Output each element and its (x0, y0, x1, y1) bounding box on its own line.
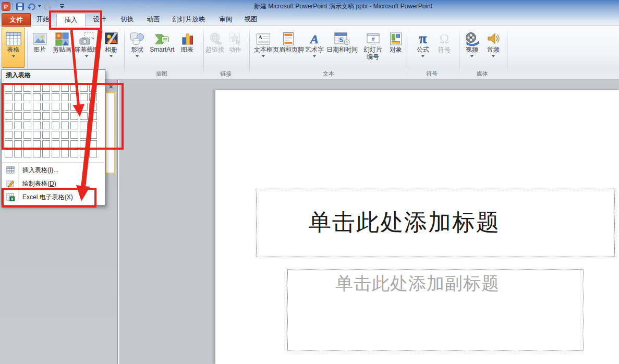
table-grid-cell[interactable] (42, 112, 50, 120)
table-grid-cell[interactable] (52, 140, 59, 148)
table-grid-cell[interactable] (80, 122, 88, 129)
slide-canvas[interactable]: 单击此处添加标题 单击此处添加副标题 (215, 90, 619, 364)
table-grid-cell[interactable] (52, 122, 59, 129)
close-panel-icon[interactable]: × (106, 82, 115, 91)
table-grid-cell[interactable] (5, 84, 13, 92)
table-grid-cell[interactable] (89, 150, 97, 157)
table-grid-cell[interactable] (23, 112, 31, 120)
powerpoint-app-icon[interactable]: P (1, 2, 10, 11)
table-grid-cell[interactable] (52, 131, 59, 139)
table-grid-cell[interactable] (14, 122, 22, 129)
table-grid-cell[interactable] (70, 150, 78, 157)
table-grid-cell[interactable] (33, 84, 41, 92)
table-grid-cell[interactable] (33, 131, 41, 139)
table-grid-cell[interactable] (89, 131, 97, 139)
table-grid-cell[interactable] (23, 122, 31, 129)
formula-button[interactable]: π 公式 (413, 28, 433, 68)
table-grid-cell[interactable] (80, 140, 88, 148)
table-grid-cell[interactable] (89, 93, 97, 101)
tab-insert[interactable]: 插入 (56, 13, 86, 27)
table-grid-cell[interactable] (42, 131, 50, 139)
table-grid-cell[interactable] (33, 150, 41, 157)
table-grid-cell[interactable] (23, 93, 31, 101)
table-grid-cell[interactable] (14, 131, 22, 139)
table-grid-cell[interactable] (89, 103, 97, 111)
slidenumber-button[interactable]: # 幻灯片 编号 (361, 28, 385, 68)
subtitle-placeholder[interactable]: 单击此处添加副标题 (287, 269, 584, 351)
table-grid-cell[interactable] (80, 103, 88, 111)
table-grid-cell[interactable] (70, 140, 78, 148)
table-grid-cell[interactable] (61, 140, 69, 148)
smartart-button[interactable]: SmartArt (148, 28, 177, 68)
audio-button[interactable]: 音频 (483, 28, 503, 68)
table-grid-cell[interactable] (70, 103, 78, 111)
save-icon[interactable] (15, 2, 25, 11)
shapes-button[interactable]: 形状 (128, 28, 146, 68)
table-grid-cell[interactable] (33, 112, 41, 120)
menu-item-draw-table[interactable]: 绘制表格(D) (2, 177, 105, 190)
table-grid-cell[interactable] (61, 103, 69, 111)
table-grid-cell[interactable] (80, 84, 88, 92)
table-grid-cell[interactable] (52, 84, 59, 92)
datetime-button[interactable]: 5 日期和时间 (326, 28, 358, 68)
object-button[interactable]: 对象 (387, 28, 405, 68)
table-grid-cell[interactable] (89, 112, 97, 120)
table-grid-cell[interactable] (52, 112, 59, 120)
menu-item-insert-table[interactable]: 插入表格(I)... (2, 163, 105, 177)
table-grid-cell[interactable] (70, 112, 78, 120)
table-grid-cell[interactable] (5, 140, 13, 148)
tab-view[interactable]: 视图 (239, 13, 263, 26)
tab-animations[interactable]: 动画 (141, 13, 165, 26)
table-grid-cell[interactable] (23, 131, 31, 139)
table-grid-cell[interactable] (42, 103, 50, 111)
table-grid-cell[interactable] (80, 112, 88, 120)
table-grid-cell[interactable] (42, 150, 50, 157)
table-grid-cell[interactable] (33, 93, 41, 101)
table-grid-cell[interactable] (14, 93, 22, 101)
table-grid-cell[interactable] (23, 150, 31, 157)
table-grid-cell[interactable] (61, 112, 69, 120)
table-grid-cell[interactable] (70, 93, 78, 101)
table-grid-cell[interactable] (61, 122, 69, 129)
table-grid-cell[interactable] (14, 150, 22, 157)
tab-transitions[interactable]: 切换 (115, 13, 139, 26)
headerfooter-button[interactable]: 页眉和页脚 (273, 28, 304, 68)
table-grid-cell[interactable] (42, 122, 50, 129)
menu-item-excel-spreadsheet[interactable]: X Excel 电子表格(X) (2, 190, 105, 204)
panel-splitter[interactable] (117, 79, 119, 364)
tab-design[interactable]: 设计 (88, 13, 112, 26)
wordart-button[interactable]: A 艺术字 (304, 28, 325, 68)
table-grid-cell[interactable] (5, 150, 13, 157)
table-grid-cell[interactable] (61, 131, 69, 139)
table-grid-cell[interactable] (42, 140, 50, 148)
video-button[interactable]: 视频 (462, 28, 482, 68)
tab-file[interactable]: 文件 (2, 13, 31, 27)
title-placeholder[interactable]: 单击此处添加标题 (256, 188, 615, 257)
table-grid-cell[interactable] (14, 103, 22, 111)
table-grid-cell[interactable] (33, 140, 41, 148)
table-button[interactable]: 表格 (2, 28, 25, 68)
table-grid-cell[interactable] (23, 140, 31, 148)
table-grid-cell[interactable] (89, 122, 97, 129)
slide-thumbnail[interactable] (105, 92, 115, 174)
screenshot-button[interactable]: 屏幕截图 (74, 28, 100, 68)
album-button[interactable]: 相册 (101, 28, 122, 68)
table-grid-cell[interactable] (14, 140, 22, 148)
table-grid-cell[interactable] (14, 112, 22, 120)
table-grid-cell[interactable] (80, 131, 88, 139)
table-grid-cell[interactable] (5, 103, 13, 111)
tab-slideshow[interactable]: 幻灯片放映 (168, 13, 210, 26)
table-grid-cell[interactable] (23, 84, 31, 92)
table-grid-cell[interactable] (89, 140, 97, 148)
textbox-button[interactable]: A 文本框 (253, 28, 273, 68)
table-grid-cell[interactable] (42, 84, 50, 92)
table-grid-cell[interactable] (52, 93, 59, 101)
picture-button[interactable]: 图片 (29, 28, 50, 68)
table-grid-cell[interactable] (61, 150, 69, 157)
table-grid-cell[interactable] (33, 122, 41, 129)
table-grid-cell[interactable] (5, 122, 13, 129)
table-grid-cell[interactable] (42, 93, 50, 101)
table-grid-cell[interactable] (5, 131, 13, 139)
chart-button[interactable]: 图表 (178, 28, 196, 68)
customize-qat-icon[interactable] (57, 2, 67, 11)
